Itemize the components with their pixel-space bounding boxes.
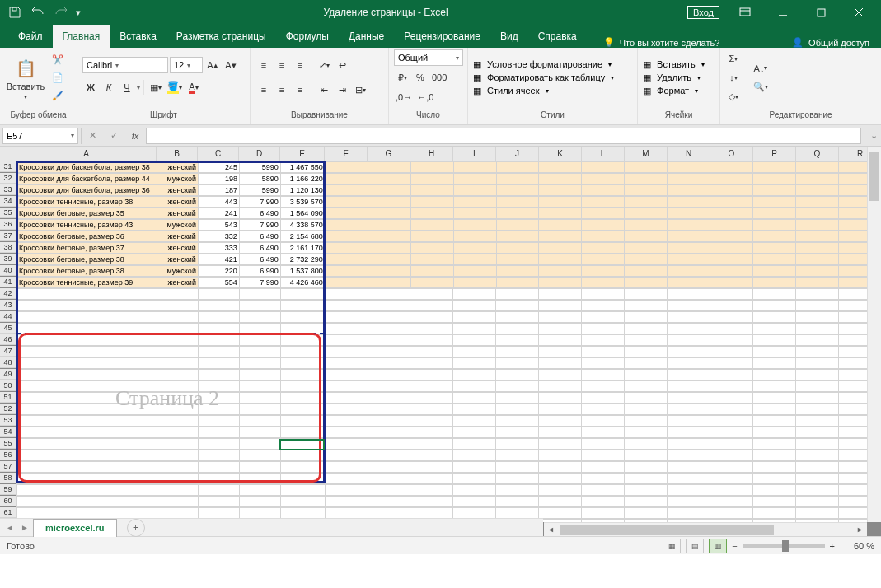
cell[interactable]: [668, 370, 710, 380]
cell[interactable]: [625, 289, 668, 300]
cell[interactable]: [625, 497, 668, 507]
cell[interactable]: [710, 289, 753, 300]
cell[interactable]: [582, 508, 625, 519]
cell[interactable]: [453, 220, 496, 231]
cell[interactable]: [410, 335, 453, 346]
cell[interactable]: 245: [198, 162, 239, 173]
cell[interactable]: [280, 393, 325, 404]
cell[interactable]: [539, 231, 582, 242]
cell[interactable]: 554: [198, 278, 239, 288]
scrollbar-thumb[interactable]: [560, 525, 774, 535]
cell[interactable]: [752, 474, 795, 484]
row-header[interactable]: 54: [0, 427, 16, 437]
cell[interactable]: [710, 427, 753, 438]
column-header[interactable]: B: [157, 147, 198, 161]
cell[interactable]: 6 490: [239, 254, 280, 265]
cancel-formula-icon[interactable]: ✕: [82, 125, 103, 147]
scroll-left-icon[interactable]: ◄: [544, 525, 558, 534]
cell[interactable]: [280, 404, 325, 415]
cell[interactable]: [496, 462, 539, 473]
increase-font-icon[interactable]: A▴: [204, 57, 221, 73]
cell[interactable]: [325, 231, 368, 242]
cell[interactable]: [239, 474, 280, 484]
cell[interactable]: [239, 427, 280, 438]
cell[interactable]: 2 161 170: [280, 243, 325, 254]
cell[interactable]: [710, 381, 753, 392]
cut-icon[interactable]: ✂️: [49, 51, 66, 68]
row-header[interactable]: 46: [0, 334, 16, 345]
cell[interactable]: [368, 243, 410, 254]
cell-styles-button[interactable]: ▦ Стили ячеек ▾: [473, 86, 614, 96]
cell[interactable]: [539, 370, 582, 380]
cell[interactable]: [325, 404, 368, 415]
cell[interactable]: Кроссовки для баскетбола, размер 36: [16, 185, 157, 196]
cell[interactable]: [453, 358, 496, 369]
cell[interactable]: [325, 381, 368, 392]
cell[interactable]: [453, 312, 496, 323]
cell[interactable]: [795, 278, 838, 288]
cell[interactable]: [410, 243, 453, 254]
cell[interactable]: [752, 404, 795, 415]
cell[interactable]: [368, 416, 410, 427]
sheet-nav-next-icon[interactable]: ►: [18, 523, 31, 532]
cell[interactable]: [582, 278, 625, 288]
bold-button[interactable]: Ж: [82, 79, 99, 96]
cell[interactable]: [325, 462, 368, 473]
cell[interactable]: [496, 370, 539, 380]
cell[interactable]: [496, 347, 539, 357]
cell[interactable]: [753, 278, 796, 288]
cell[interactable]: [795, 335, 838, 346]
row-header[interactable]: 33: [0, 184, 16, 195]
cell[interactable]: [157, 381, 198, 392]
cell[interactable]: [582, 416, 625, 427]
row-header[interactable]: 42: [0, 288, 16, 299]
cell[interactable]: [496, 474, 539, 484]
cell[interactable]: [795, 324, 838, 334]
cell[interactable]: [625, 393, 668, 404]
insert-cells-button[interactable]: ▦ Вставить ▾: [643, 59, 705, 70]
zoom-slider[interactable]: [743, 544, 825, 548]
cell[interactable]: [453, 324, 496, 334]
cell[interactable]: женский: [157, 231, 198, 242]
cell[interactable]: [16, 416, 157, 427]
cell[interactable]: [795, 185, 838, 196]
cell[interactable]: [453, 278, 496, 288]
cell[interactable]: [325, 301, 368, 311]
cell[interactable]: [838, 462, 867, 473]
cell[interactable]: [157, 462, 198, 473]
enter-formula-icon[interactable]: ✓: [103, 125, 124, 147]
cell[interactable]: [795, 404, 838, 415]
cell[interactable]: [239, 439, 280, 450]
cell[interactable]: [582, 404, 625, 415]
cell[interactable]: Кроссовки беговые, размер 35: [16, 208, 157, 219]
cell[interactable]: [16, 439, 157, 450]
cell[interactable]: [325, 497, 368, 507]
cell[interactable]: [368, 324, 410, 334]
cell[interactable]: 241: [198, 208, 239, 219]
cell[interactable]: [668, 162, 710, 173]
cell[interactable]: [753, 185, 796, 196]
scroll-right-icon[interactable]: ►: [853, 525, 867, 534]
cell[interactable]: [582, 254, 625, 265]
cell[interactable]: [753, 197, 796, 208]
align-right-icon[interactable]: ≡: [292, 82, 308, 98]
cell[interactable]: [710, 358, 753, 369]
close-icon[interactable]: [840, 0, 878, 25]
cell[interactable]: [668, 358, 710, 369]
cell[interactable]: [625, 462, 668, 473]
cell[interactable]: [753, 266, 796, 277]
cell[interactable]: [453, 185, 496, 196]
cell[interactable]: [710, 185, 753, 196]
cell[interactable]: [582, 185, 625, 196]
column-header[interactable]: N: [668, 147, 710, 161]
cell[interactable]: [539, 450, 582, 461]
cell[interactable]: [582, 197, 625, 208]
row-header[interactable]: 58: [0, 473, 16, 483]
cell[interactable]: [496, 197, 539, 208]
cell[interactable]: [539, 439, 582, 450]
cell[interactable]: [16, 462, 157, 473]
cell[interactable]: [496, 404, 539, 415]
cell[interactable]: [582, 208, 625, 219]
cell[interactable]: 7 990: [239, 278, 280, 288]
cell[interactable]: [752, 312, 795, 323]
